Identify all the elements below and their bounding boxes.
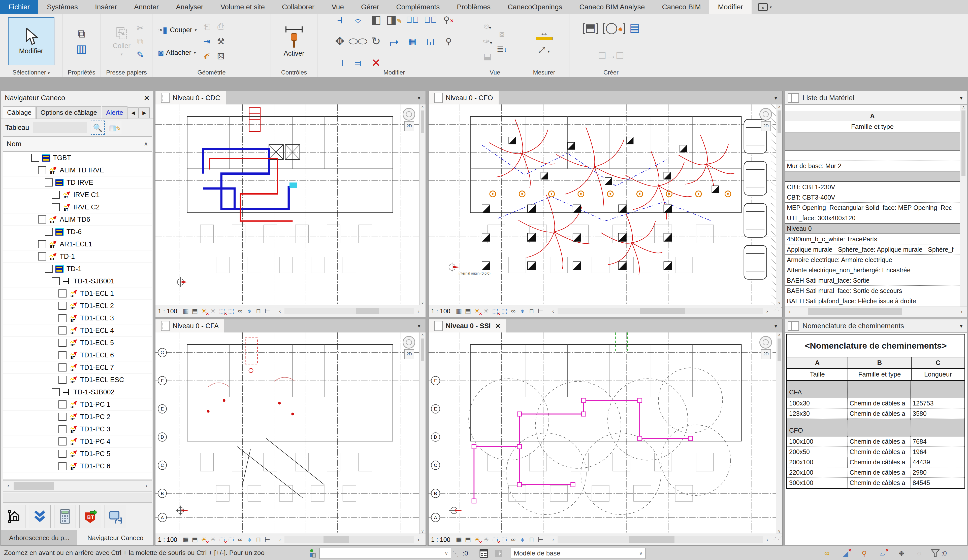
- column-letter-a[interactable]: A: [787, 357, 848, 368]
- ribbon-tab-systèmes[interactable]: Systèmes: [38, 0, 86, 14]
- viewport-ssi-tab[interactable]: Niveau 0 - SSI ✕: [429, 319, 506, 332]
- schedule-row[interactable]: 4500mm_b_c_white: TraceParts: [785, 234, 960, 244]
- reveal-hidden-elements-icon[interactable]: ∞: [235, 307, 245, 316]
- 2d-navigation-icon[interactable]: 2D: [761, 349, 771, 359]
- show-crop-region-icon[interactable]: ⬚: [227, 307, 235, 316]
- schedule-row[interactable]: 100x100Chemin de câbles a7684: [787, 436, 965, 447]
- checkbox[interactable]: [51, 388, 60, 396]
- steering-wheel-icon[interactable]: [403, 108, 415, 121]
- viewport-cfo-tab[interactable]: Niveau 0 - CFO: [429, 91, 499, 104]
- schedule-row[interactable]: 200x50Chemin de câbles a1964: [787, 447, 965, 457]
- ribbon-tab-annoter[interactable]: Annoter: [126, 0, 167, 14]
- viewport-cdc-vscrollbar[interactable]: ∧∨: [419, 104, 426, 305]
- properties-windows-icon[interactable]: ⧉: [78, 28, 85, 39]
- view-scale[interactable]: 1 : 100: [158, 536, 177, 543]
- schedule-section-row[interactable]: [785, 171, 960, 182]
- 2d-navigation-icon[interactable]: 2D: [404, 121, 414, 131]
- temporary-hide-isolate-icon[interactable]: ⌽: [518, 535, 527, 544]
- 2d-navigation-icon[interactable]: 2D: [761, 121, 771, 131]
- column-letter[interactable]: A: [785, 111, 960, 121]
- hide-elements-icon[interactable]: ⌾▾: [484, 22, 491, 30]
- checkbox[interactable]: [51, 203, 60, 211]
- panel-label-selectionner[interactable]: Sélectionner ▾: [0, 69, 62, 76]
- selection-filter-icon[interactable]: [930, 548, 940, 558]
- locked-3d-view-icon[interactable]: ⊓: [527, 307, 536, 316]
- viewport-cfa-hscrollbar[interactable]: ‹›: [275, 535, 423, 543]
- checkbox[interactable]: [45, 228, 53, 236]
- schedule-row[interactable]: Mur de base: Mur 2: [785, 161, 960, 171]
- schedule-row[interactable]: UTL_face: 300x400x120: [785, 213, 960, 223]
- reveal-constraints-icon[interactable]: ⊢: [263, 535, 272, 544]
- viewport-cfa-tab[interactable]: Niveau 0 - CFA: [156, 319, 224, 332]
- ribbon-tab-volume-et-site[interactable]: Volume et site: [212, 0, 273, 14]
- pin-icon[interactable]: ⚲: [446, 37, 452, 46]
- tree-item-td1-ecl-esc[interactable]: TD1-ECL ESC: [3, 374, 152, 386]
- view-tab-menu-icon[interactable]: ▼: [413, 319, 426, 332]
- scale-icon[interactable]: ◲: [426, 37, 434, 46]
- checkbox[interactable]: [58, 326, 66, 334]
- tree-item-td-1-sjb001[interactable]: TD-1-SJB001: [3, 275, 152, 287]
- crop-view-icon[interactable]: ⬚✕: [217, 307, 227, 316]
- column-letter-b[interactable]: B: [848, 357, 912, 368]
- schedule-row[interactable]: 300x100Chemin de câbles a84545: [787, 478, 965, 488]
- checkbox[interactable]: [58, 400, 66, 408]
- column-header[interactable]: Famille et type: [785, 121, 960, 132]
- view-tab-menu-icon[interactable]: ▼: [769, 91, 782, 104]
- locked-3d-view-icon[interactable]: ⊓: [254, 535, 263, 544]
- detail-level-icon[interactable]: ⬒: [190, 535, 199, 544]
- calculate-button[interactable]: [54, 505, 76, 528]
- select-underlay-icon[interactable]: ◢✕: [840, 548, 850, 558]
- checkbox[interactable]: [38, 215, 46, 223]
- tree-item-td1-ecl-7[interactable]: TD1-ECL 7: [3, 362, 152, 374]
- schedule-section-row[interactable]: [785, 132, 960, 150]
- scroll-right-icon[interactable]: ›: [141, 483, 152, 489]
- cope-icon[interactable]: ⎗: [204, 22, 211, 30]
- tree-item-alim-td-irve[interactable]: ALIM TD IRVE: [3, 164, 152, 177]
- ribbon-tab-insérer[interactable]: Insérer: [86, 0, 126, 14]
- checkbox[interactable]: [45, 265, 53, 273]
- schedule-row[interactable]: CBT: CBT3-400V: [785, 192, 960, 203]
- search-button[interactable]: 🔍: [91, 121, 105, 135]
- material-list-vscrollbar[interactable]: ∧: [960, 105, 967, 307]
- properties-palette-icon[interactable]: ▥: [76, 43, 87, 55]
- panel-menu-icon[interactable]: ▼: [959, 95, 964, 101]
- sync-view-button[interactable]: [104, 505, 126, 528]
- crop-view-icon[interactable]: ⬚✕: [491, 535, 500, 544]
- copy-element-icon[interactable]: ⬭⬭: [348, 36, 367, 47]
- tab-scroll-left-icon[interactable]: ◀: [128, 107, 139, 118]
- schedule-row[interactable]: Applique murale - Sphère_face: Applique …: [785, 244, 960, 255]
- tree-item-td1-ecl-4[interactable]: TD1-ECL 4: [3, 324, 152, 337]
- checkbox[interactable]: [58, 376, 66, 384]
- checkbox[interactable]: [31, 154, 39, 162]
- viewport-cfa-vscrollbar[interactable]: ∧∨: [419, 332, 426, 534]
- show-crop-region-icon[interactable]: ⬚: [227, 535, 235, 544]
- 2d-navigation-icon[interactable]: 2D: [404, 349, 414, 359]
- visual-style-icon[interactable]: ▦: [454, 535, 463, 544]
- ribbon-tab-caneco-bim-analyse[interactable]: Caneco BIM Analyse: [571, 0, 653, 14]
- rotate-icon[interactable]: ↻: [371, 36, 381, 47]
- tree-item-td-1[interactable]: TD-1: [3, 250, 152, 263]
- ribbon-tab-analyser[interactable]: Analyser: [167, 0, 212, 14]
- activate-button[interactable]: Activer: [284, 50, 305, 58]
- schedule-row[interactable]: [785, 150, 960, 161]
- mirror-pick-axis-icon[interactable]: ◧: [371, 14, 381, 25]
- design-options-selector[interactable]: Modèle de base∨: [511, 548, 645, 559]
- reveal-constraints-icon[interactable]: ⊢: [536, 307, 545, 316]
- move-icon[interactable]: ✥: [335, 36, 345, 47]
- scroll-left-icon[interactable]: ‹: [3, 483, 13, 489]
- worksets-list-icon[interactable]: [479, 548, 489, 558]
- ribbon-tab-modifier[interactable]: Modifier: [709, 0, 752, 14]
- crop-view-icon[interactable]: ⬚✕: [491, 307, 500, 316]
- schedule-row[interactable]: 200x100Chemin de câbles a44439: [787, 457, 965, 467]
- tree-item-irve-c2[interactable]: IRVE C2: [3, 201, 152, 213]
- ribbon-tab-fichier[interactable]: Fichier: [0, 0, 38, 14]
- wall-joins-icon[interactable]: ⇥: [203, 37, 211, 46]
- schedule-row[interactable]: MEP Opening_Rectangular Solid_face: MEP …: [785, 203, 960, 213]
- sun-path-icon[interactable]: ☀✕: [199, 307, 208, 316]
- tableau-input[interactable]: [33, 122, 87, 133]
- viewport-cdc-tab[interactable]: Niveau 0 - CDC: [156, 91, 226, 104]
- tree-item-td1-ecl-2[interactable]: TD1-ECL 2: [3, 300, 152, 312]
- column-letter-c[interactable]: C: [912, 357, 965, 368]
- detail-level-icon[interactable]: ⬒: [463, 307, 472, 316]
- displace-elements-icon[interactable]: ⧇: [499, 30, 505, 38]
